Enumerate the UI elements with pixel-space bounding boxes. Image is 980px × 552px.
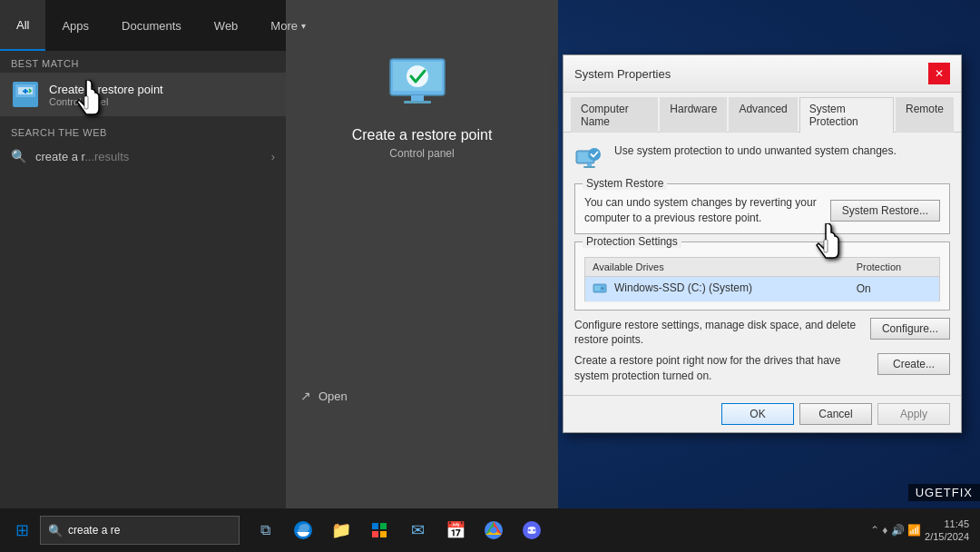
- search-result-create-restore[interactable]: Create a restore point Control panel: [0, 73, 286, 116]
- system-tray: ⌃ ♦ 🔊 📶: [870, 524, 921, 537]
- result-title: Create a restore point: [49, 83, 163, 96]
- result-app-icon: [11, 80, 40, 109]
- dialog-content: Use system protection to undo unwanted s…: [564, 133, 961, 395]
- arrow-right-icon: ›: [271, 150, 275, 163]
- protection-settings-section: Protection Settings Available Drives Pro…: [574, 242, 950, 310]
- dialog-tabs: Computer Name Hardware Advanced System P…: [564, 93, 961, 133]
- system-restore-content: You can undo system changes by reverting…: [584, 195, 940, 226]
- restore-point-icon: [386, 54, 458, 113]
- system-protection-icon: [574, 143, 603, 172]
- chrome-icon[interactable]: [475, 512, 512, 548]
- create-description: Create a restore point right now for the…: [574, 353, 868, 384]
- dialog-info-text: Use system protection to undo unwanted s…: [614, 143, 897, 159]
- col-available-drives: Available Drives: [585, 257, 849, 276]
- nav-tab-all[interactable]: All: [0, 0, 45, 51]
- create-button[interactable]: Create...: [877, 353, 950, 375]
- edge-icon[interactable]: [285, 512, 321, 548]
- file-explorer-icon[interactable]: 📁: [323, 512, 359, 548]
- svg-point-18: [602, 287, 604, 290]
- mail-icon[interactable]: ✉: [399, 512, 436, 548]
- search-web-label: Search the web: [0, 116, 286, 142]
- search-nav: All Apps Documents Web More ▾: [0, 0, 286, 51]
- system-restore-section: System Restore You can undo system chang…: [574, 183, 950, 234]
- svg-rect-4: [22, 102, 29, 104]
- dialog-footer: OK Cancel Apply: [564, 395, 961, 432]
- configure-description: Configure restore settings, manage disk …: [574, 318, 861, 349]
- svg-point-31: [533, 529, 534, 531]
- open-label: Open: [318, 389, 348, 403]
- system-properties-dialog: System Properties ✕ Computer Name Hardwa…: [563, 54, 962, 433]
- result-subtitle: Control panel: [49, 96, 163, 107]
- system-restore-label: System Restore: [583, 177, 667, 190]
- configure-row: Configure restore settings, manage disk …: [574, 318, 950, 349]
- clock: 11:452/15/2024: [925, 518, 969, 544]
- protection-cell: On: [849, 276, 940, 301]
- tab-system-protection[interactable]: System Protection: [799, 97, 894, 133]
- svg-point-30: [528, 529, 530, 531]
- create-row: Create a restore point right now for the…: [574, 353, 950, 384]
- web-search-query: create a r...results: [35, 150, 129, 163]
- svg-rect-9: [404, 101, 431, 104]
- nav-tab-more[interactable]: More ▾: [254, 0, 322, 51]
- dialog-title: System Properties: [574, 67, 671, 81]
- cancel-button[interactable]: Cancel: [799, 403, 872, 425]
- discord-icon[interactable]: [514, 512, 550, 548]
- protection-settings-label: Protection Settings: [583, 235, 681, 248]
- web-search-item[interactable]: 🔍 create a r...results ›: [0, 142, 286, 171]
- drive-icon-cell: Windows-SSD (C:) (System): [593, 281, 752, 294]
- nav-tab-web[interactable]: Web: [198, 0, 255, 51]
- svg-rect-23: [380, 523, 387, 529]
- svg-rect-24: [372, 531, 378, 537]
- open-button[interactable]: ↗ Open: [286, 383, 558, 409]
- svg-rect-22: [372, 523, 378, 529]
- dialog-titlebar: System Properties ✕: [564, 55, 961, 93]
- search-icon: 🔍: [48, 524, 63, 537]
- taskbar: ⊞ 🔍 ⧉ 📁 ✉ 📅: [0, 508, 980, 552]
- tab-remote[interactable]: Remote: [896, 97, 954, 133]
- result-text-area: Create a restore point Control panel: [49, 83, 163, 107]
- ok-button[interactable]: OK: [721, 403, 794, 425]
- drive-cell: Windows-SSD (C:) (System): [585, 276, 849, 301]
- dialog-close-button[interactable]: ✕: [928, 63, 950, 84]
- preview-panel: Create a restore point Control panel ↗ O…: [286, 0, 558, 508]
- chevron-down-icon: ▾: [301, 21, 306, 31]
- taskbar-search-box[interactable]: 🔍: [40, 516, 240, 545]
- system-restore-row: You can undo system changes by reverting…: [584, 195, 940, 226]
- svg-point-28: [491, 527, 497, 534]
- calendar-icon[interactable]: 📅: [437, 512, 474, 548]
- preview-subtitle: Control panel: [389, 147, 454, 160]
- taskbar-right-area: ⌃ ♦ 🔊 📶 11:452/15/2024: [870, 518, 976, 544]
- ugetfix-watermark: UGETFIX: [908, 484, 980, 501]
- dialog-info-row: Use system protection to undo unwanted s…: [574, 143, 950, 172]
- svg-rect-14: [583, 166, 595, 168]
- svg-rect-25: [380, 531, 387, 537]
- taskbar-search-input[interactable]: [68, 524, 231, 537]
- nav-tab-documents[interactable]: Documents: [105, 0, 198, 51]
- svg-point-5: [24, 90, 27, 93]
- search-icon: 🔍: [11, 149, 26, 163]
- store-icon[interactable]: [361, 512, 397, 548]
- col-protection: Protection: [849, 257, 940, 276]
- protection-table: Available Drives Protection: [584, 257, 940, 302]
- system-restore-description: You can undo system changes by reverting…: [584, 195, 821, 226]
- svg-rect-8: [411, 95, 424, 101]
- protection-settings-content: Available Drives Protection: [584, 257, 940, 302]
- tab-computer-name[interactable]: Computer Name: [571, 97, 658, 133]
- system-restore-button[interactable]: System Restore...: [830, 200, 940, 222]
- tab-advanced[interactable]: Advanced: [729, 97, 797, 133]
- table-row[interactable]: Windows-SSD (C:) (System) On: [585, 276, 940, 301]
- taskbar-app-icons: ⧉ 📁 ✉ 📅: [247, 512, 550, 548]
- svg-rect-13: [587, 163, 592, 166]
- preview-title: Create a restore point: [352, 127, 493, 143]
- svg-point-15: [588, 148, 601, 161]
- windows-start-button[interactable]: ⊞: [4, 512, 40, 548]
- preview-icon-area: Create a restore point Control panel: [352, 54, 493, 160]
- search-panel: All Apps Documents Web More ▾ Best match: [0, 0, 286, 508]
- nav-tab-apps[interactable]: Apps: [45, 0, 105, 51]
- tab-hardware[interactable]: Hardware: [660, 97, 727, 133]
- open-icon: ↗: [300, 389, 311, 403]
- apply-button[interactable]: Apply: [877, 403, 950, 425]
- svg-rect-17: [594, 286, 600, 291]
- configure-button[interactable]: Configure...: [870, 318, 950, 340]
- task-view-button[interactable]: ⧉: [247, 512, 283, 548]
